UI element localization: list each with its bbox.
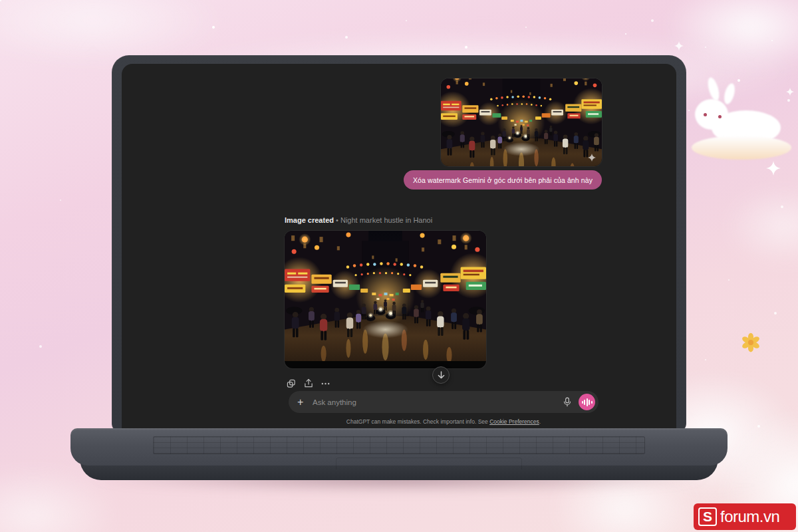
- scroll-down-button[interactable]: [432, 366, 450, 384]
- generated-image-card[interactable]: [285, 231, 486, 368]
- copy-icon: [287, 379, 296, 388]
- cookie-preferences-link[interactable]: Cookie Preferences: [489, 418, 539, 425]
- copy-button[interactable]: [286, 378, 296, 388]
- sparkle-star-icon: [674, 41, 684, 51]
- footer-disclaimer: ChatGPT can make mistakes. Check importa…: [289, 418, 598, 425]
- image-status-line: Image created • Night market hustle in H…: [285, 216, 432, 224]
- gemini-sparkle-watermark-icon: [588, 154, 596, 162]
- share-icon: [304, 378, 313, 388]
- message-actions-toolbar: [286, 378, 331, 388]
- bunny-head: [695, 99, 728, 130]
- wallpaper-background: { "chat": { "user_message": "Xóa waterma…: [0, 0, 798, 532]
- composer: +: [289, 391, 598, 413]
- more-options-button[interactable]: [321, 378, 331, 388]
- sforum-logo: S forum.vn: [694, 503, 796, 530]
- plus-icon: +: [297, 396, 303, 408]
- plus-button[interactable]: +: [297, 397, 309, 408]
- night-market-photo: [285, 231, 486, 361]
- scroll-down-icon: [438, 371, 445, 379]
- microphone-icon: [563, 397, 571, 407]
- uploaded-night-market-image: [441, 78, 602, 166]
- sforum-logo-letter: S: [698, 507, 717, 526]
- image-title: Night market hustle in Hanoi: [340, 216, 432, 224]
- bunny-cloud: [692, 136, 791, 160]
- voice-mode-icon: [582, 401, 583, 404]
- night-market-photo: [441, 78, 602, 166]
- chatgpt-window: Xóa watermark Gemini ở góc dưới bên phải…: [122, 64, 676, 432]
- bunny-illustration: [686, 77, 798, 170]
- bunny-eye: [718, 115, 722, 118]
- sky-mist: [665, 0, 798, 73]
- more-options-icon: [321, 379, 331, 388]
- composer-input[interactable]: [309, 398, 560, 406]
- cloud: [725, 186, 798, 266]
- user-message-text: Xóa watermark Gemini ở góc dưới bên phải…: [413, 176, 593, 184]
- uploaded-image-card[interactable]: [441, 78, 602, 166]
- status-separator: •: [336, 216, 338, 224]
- generated-night-market-image: [285, 231, 486, 361]
- image-created-label: Image created: [285, 216, 334, 224]
- share-button[interactable]: [303, 378, 313, 388]
- laptop-trackpad: [336, 458, 522, 469]
- bunny-eye: [704, 113, 707, 116]
- sforum-logo-text: forum.vn: [720, 507, 779, 526]
- user-message-bubble: Xóa watermark Gemini ở góc dưới bên phải…: [404, 170, 602, 190]
- bunny-ear: [706, 76, 721, 102]
- bunny-ear: [722, 82, 737, 106]
- disclaimer-text: ChatGPT can make mistakes. Check importa…: [346, 418, 489, 425]
- mic-button[interactable]: [560, 395, 575, 410]
- flower-icon: [741, 332, 761, 352]
- disclaimer-period: .: [539, 418, 541, 425]
- laptop-keyboard: [153, 436, 645, 454]
- sparkle-dots: [0, 0, 1, 1]
- voice-mode-button[interactable]: [579, 394, 595, 410]
